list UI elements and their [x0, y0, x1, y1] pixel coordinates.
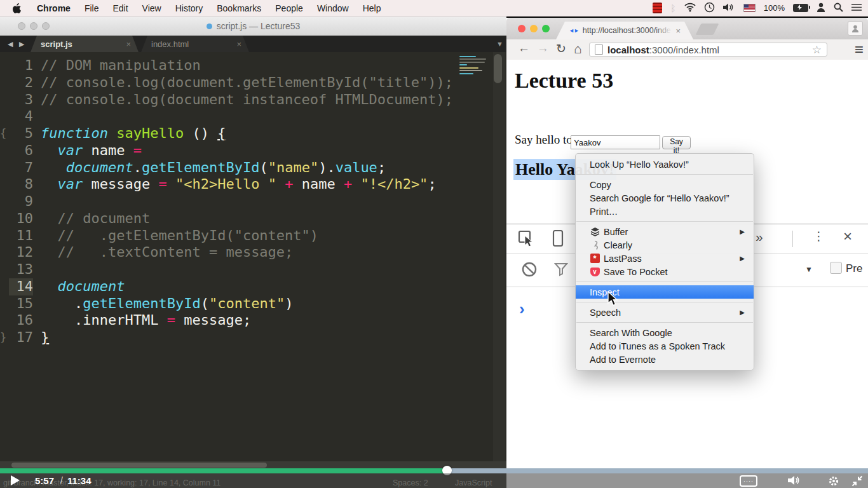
context-menu-item-add-to-itunes-as-a-spoken-track[interactable]: Add to iTunes as a Spoken Track	[576, 339, 754, 353]
editor-tab-index.html[interactable]: index.html×	[141, 36, 249, 52]
preserve-log-checkbox[interactable]	[830, 262, 842, 274]
context-menu-item-look-up-hello-yaakov[interactable]: Look Up “Hello Yaakov!”	[576, 158, 754, 171]
menubar-item-file[interactable]: File	[85, 3, 99, 13]
url-bar[interactable]: localhost :3000/index.html ☆	[589, 43, 827, 57]
forward-icon[interactable]: →	[537, 41, 549, 55]
device-toolbar-icon[interactable]	[552, 229, 564, 250]
zoom-window-button[interactable]	[542, 25, 550, 32]
code-area[interactable]: 1// DOM manipulation2// console.log(docu…	[0, 52, 506, 461]
code-line-11[interactable]: 11 // .getElementById("content")	[0, 227, 506, 245]
context-menu-item-search-google-for-hello-yaakov[interactable]: Search Google for “Hello Yaakov!”	[576, 191, 754, 205]
code-line-10[interactable]: 10 // document	[0, 210, 506, 227]
notification-center-icon[interactable]	[851, 3, 862, 13]
play-icon[interactable]	[11, 475, 20, 485]
menu-item-label: Print…	[590, 207, 618, 217]
tab-back-icon[interactable]: ◀	[8, 40, 13, 48]
spotlight-search-icon[interactable]	[834, 3, 843, 14]
settings-gear-icon[interactable]	[828, 475, 839, 488]
profile-button[interactable]	[848, 21, 863, 36]
exit-fullscreen-icon[interactable]	[851, 475, 863, 488]
volume-icon[interactable]	[788, 475, 801, 488]
screen-recording-icon[interactable]	[653, 3, 662, 13]
context-menu-item-inspect[interactable]: Inspect	[576, 285, 754, 299]
tab-overflow-icon[interactable]: ▼	[496, 40, 503, 48]
context-menu-item-search-with-google[interactable]: Search With Google	[576, 326, 754, 339]
browser-tab[interactable]: ◄► http://localhost:3000/inde ×	[556, 22, 693, 39]
code-line-13[interactable]: 13	[0, 261, 506, 278]
context-menu-item-clearly[interactable]: Clearly	[576, 238, 754, 252]
menubar-item-edit[interactable]: Edit	[112, 3, 128, 13]
editor-minimap[interactable]	[459, 54, 489, 81]
tab-close-icon[interactable]: ×	[126, 39, 131, 49]
inspect-element-icon[interactable]	[518, 230, 536, 249]
context-menu-item-save-to-pocket[interactable]: ∨Save To Pocket	[576, 265, 754, 278]
editor-titlebar[interactable]: script.js — Lecture53	[0, 17, 506, 36]
menubar-item-chrome[interactable]: Chrome	[37, 3, 71, 13]
code-line-16[interactable]: 16 .innerHTML = message;	[0, 312, 506, 329]
back-icon[interactable]: ←	[518, 41, 530, 55]
code-line-8[interactable]: 8 var message = "<h2>Hello " + name + "!…	[0, 176, 506, 193]
tab-forward-icon[interactable]: ▶	[19, 40, 24, 48]
log-level-dropdown-icon[interactable]: ▼	[805, 265, 813, 274]
code-line-17[interactable]: }17}	[0, 329, 506, 346]
vertical-scrollbar-thumb[interactable]	[494, 54, 502, 83]
context-menu-item-copy[interactable]: Copy	[576, 178, 754, 191]
minimize-window-button[interactable]	[530, 25, 538, 32]
code-line-5[interactable]: {5function sayHello () {	[0, 125, 506, 142]
menubar-item-view[interactable]: View	[142, 3, 161, 13]
devtools-close-icon[interactable]: ×	[843, 227, 852, 245]
code-line-12[interactable]: 12 // .textContent = message;	[0, 244, 506, 261]
close-window-button[interactable]	[18, 22, 25, 30]
bookmark-star-icon[interactable]: ☆	[812, 43, 822, 57]
tab-close-icon[interactable]: ×	[236, 39, 241, 49]
say-it-button[interactable]: Say it!	[662, 136, 691, 149]
code-line-2[interactable]: 2// console.log(document.getElementById(…	[0, 74, 506, 92]
us-flag-icon[interactable]	[743, 4, 756, 12]
zoom-window-button[interactable]	[42, 22, 50, 30]
close-window-button[interactable]	[518, 25, 526, 32]
wifi-icon[interactable]	[684, 3, 696, 14]
video-progress-bar[interactable]	[0, 468, 868, 473]
editor-tab-script.js[interactable]: script.js×	[31, 36, 139, 52]
menubar-item-help[interactable]: Help	[363, 3, 381, 13]
code-line-6[interactable]: 6 var name =	[0, 142, 506, 159]
user-icon[interactable]	[817, 3, 825, 14]
name-input[interactable]	[571, 135, 660, 149]
context-menu-item-buffer[interactable]: Buffer▶	[576, 225, 754, 238]
context-menu-item-add-to-evernote[interactable]: Add to Evernote	[576, 353, 754, 366]
vertical-scrollbar-track[interactable]	[493, 52, 505, 461]
minimize-window-button[interactable]	[30, 22, 37, 30]
time-machine-icon[interactable]	[704, 2, 715, 15]
code-line-7[interactable]: 7 document.getElementById("name").value;	[0, 159, 506, 177]
chrome-menu-icon[interactable]: ≡	[855, 41, 864, 58]
menubar-item-bookmarks[interactable]: Bookmarks	[217, 3, 261, 13]
code-line-1[interactable]: 1// DOM manipulation	[0, 57, 506, 74]
menubar-item-window[interactable]: Window	[317, 3, 349, 13]
new-tab-button[interactable]	[696, 24, 719, 35]
more-tabs-icon[interactable]: »	[756, 229, 763, 245]
reload-icon[interactable]: ↻	[556, 41, 566, 56]
menubar-item-history[interactable]: History	[175, 3, 203, 13]
code-line-4[interactable]: 4	[0, 108, 506, 125]
apple-logo-icon[interactable]	[13, 3, 21, 13]
battery-icon[interactable]	[793, 4, 808, 12]
code-line-15[interactable]: 15 .getElementById("content")	[0, 295, 506, 313]
bluetooth-icon[interactable]: ᛒ	[670, 3, 675, 13]
context-menu-item-speech[interactable]: Speech▶	[576, 306, 754, 319]
console-prompt-icon[interactable]: ›	[519, 299, 525, 319]
tab-close-icon[interactable]: ×	[675, 26, 681, 36]
filter-icon[interactable]	[554, 262, 568, 279]
home-icon[interactable]: ⌂	[574, 41, 582, 57]
volume-icon[interactable]	[723, 3, 735, 14]
horizontal-scrollbar-thumb[interactable]	[11, 463, 267, 468]
menubar-item-people[interactable]: People	[275, 3, 303, 13]
captions-icon[interactable]: ····	[740, 475, 757, 487]
context-menu-item-lastpass[interactable]: *LastPass▶	[576, 252, 754, 265]
clear-console-icon[interactable]	[521, 261, 538, 280]
devtools-menu-icon[interactable]: ⋮	[813, 229, 825, 243]
code-line-14[interactable]: 14 document	[0, 278, 506, 295]
code-line-3[interactable]: 3// console.log(document instanceof HTML…	[0, 92, 506, 109]
code-line-9[interactable]: 9	[0, 193, 506, 210]
context-menu-item-print[interactable]: Print…	[576, 205, 754, 218]
line-number: 7	[9, 159, 33, 177]
